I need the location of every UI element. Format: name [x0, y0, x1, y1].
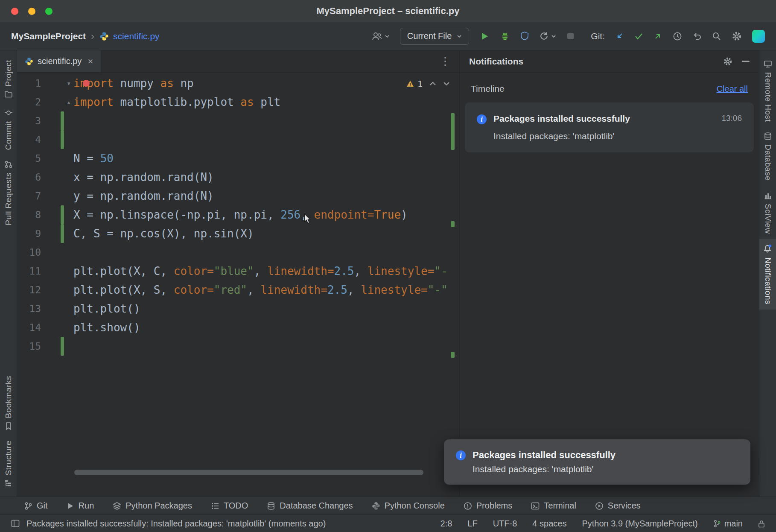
stripe-item-sciview[interactable]: SciView	[759, 186, 776, 239]
git-commit-button[interactable]	[634, 32, 643, 41]
caret-position[interactable]: 2:8	[441, 519, 452, 529]
code-line[interactable]: 3	[17, 111, 459, 130]
git-branch-widget[interactable]: main	[713, 519, 743, 529]
code-line[interactable]: 7y = np.random.rand(N)	[17, 187, 459, 205]
warning-counter[interactable]: 1	[406, 79, 423, 89]
code-token: 2.5	[327, 284, 347, 296]
stripe-item-pull-requests[interactable]: Pull Requests	[0, 155, 17, 231]
code-token: x = np.random.rand(N)	[73, 171, 214, 184]
code-line[interactable]: 14plt.show()	[17, 318, 459, 337]
monitor-icon	[764, 60, 772, 68]
chevron-down-icon[interactable]	[443, 82, 450, 86]
code-text: x = np.random.rand(N)	[73, 168, 459, 187]
python-interpreter[interactable]: Python 3.9 (MySampleProject)	[582, 519, 697, 529]
vcs-change-bar	[61, 168, 64, 187]
profiler-button[interactable]	[539, 31, 556, 41]
lock-icon	[758, 520, 765, 528]
stop-button[interactable]	[566, 32, 575, 40]
indent-style[interactable]: 4 spaces	[532, 519, 566, 529]
chevron-up-icon[interactable]	[429, 82, 436, 86]
code-token: 256	[280, 208, 300, 221]
stripe-item-project[interactable]: Project	[0, 55, 17, 103]
fold-marker-icon	[64, 299, 73, 318]
toolwindow-services[interactable]: Services	[586, 497, 650, 514]
toolwindow-database-changes[interactable]: Database Changes	[257, 497, 362, 514]
clear-all-link[interactable]: Clear all	[717, 84, 748, 94]
stripe-item-label: SciView	[763, 204, 773, 234]
tab-scientific-py[interactable]: scientific.py ×	[17, 50, 101, 72]
horizontal-scrollbar[interactable]	[74, 470, 423, 475]
run-with-coverage-button[interactable]	[520, 31, 529, 41]
tab-options-icon[interactable]: ⋮	[440, 55, 452, 68]
fold-marker-icon	[64, 262, 73, 281]
code-line[interactable]: 2▴import matplotlib.pyplot as plt	[17, 93, 459, 111]
line-number: 8	[17, 205, 41, 224]
search-everywhere-button[interactable]	[712, 32, 721, 41]
close-tab-icon[interactable]: ×	[88, 56, 93, 67]
breadcrumb-project[interactable]: MySampleProject	[11, 31, 86, 41]
code-line[interactable]: 11plt.plot(X, C, color="blue", linewidth…	[17, 262, 459, 281]
stripe-item-label: Structure	[4, 441, 13, 476]
stripe-item-bookmarks[interactable]: Bookmarks	[0, 371, 17, 436]
stripe-item-database[interactable]: Database	[759, 127, 776, 186]
notification-card[interactable]: i Packages installed successfully 13:06 …	[465, 102, 754, 152]
code-line[interactable]: 12plt.plot(X, S, color="red", linewidth=…	[17, 281, 459, 299]
file-encoding[interactable]: UTF-8	[493, 519, 517, 529]
code-token: True	[374, 208, 401, 221]
inspection-widget[interactable]: 1	[406, 79, 450, 89]
commit-icon	[4, 108, 13, 117]
fold-marker-icon	[64, 168, 73, 187]
code-line[interactable]: 8X = np.linspace(-np.pi, np.pi, 256, end…	[17, 205, 459, 224]
layout-icon[interactable]	[11, 520, 20, 527]
toolwindow-python-console[interactable]: Python Console	[362, 497, 454, 514]
stripe-item-notifications[interactable]: Notifications	[759, 239, 776, 310]
database-icon	[764, 132, 772, 140]
stripe-item-label: Project	[4, 60, 13, 87]
git-update-button[interactable]	[615, 32, 624, 41]
git-rollback-button[interactable]	[692, 32, 702, 41]
toolwindow-problems[interactable]: Problems	[454, 497, 522, 514]
stripe-item-remote-host[interactable]: Remote Host	[759, 55, 776, 127]
code-line[interactable]: 5N = 50	[17, 149, 459, 168]
git-push-button[interactable]	[653, 32, 662, 41]
services-icon	[595, 502, 604, 510]
code-token: import	[73, 96, 114, 108]
pycharm-logo-icon[interactable]	[752, 30, 765, 43]
code-with-me-button[interactable]	[371, 32, 390, 41]
code-line[interactable]: 9C, S = np.cos(X), np.sin(X)	[17, 224, 459, 243]
notification-balloon[interactable]: i Packages installed successfully Instal…	[444, 439, 750, 485]
code-line[interactable]: 13plt.plot()	[17, 299, 459, 318]
code-line[interactable]: 1▾import numpy as np	[17, 74, 459, 93]
toolwindow-python-packages[interactable]: Python Packages	[103, 497, 201, 514]
panel-settings-button[interactable]	[723, 57, 732, 66]
play-icon	[479, 31, 490, 41]
stripe-item-commit[interactable]: Commit	[0, 103, 17, 155]
code-line[interactable]: 6x = np.random.rand(N)	[17, 168, 459, 187]
settings-button[interactable]	[732, 31, 742, 41]
fold-marker-icon[interactable]: ▴	[64, 93, 73, 111]
code-line[interactable]: 4	[17, 130, 459, 149]
branch-icon	[713, 520, 721, 528]
toolwindow-todo[interactable]: TODO	[201, 497, 257, 514]
code-text: y = np.random.rand(N)	[73, 187, 459, 205]
line-ending[interactable]: LF	[467, 519, 477, 529]
toolwindow-run[interactable]: Run	[57, 497, 104, 514]
code-editor[interactable]: 1▾import numpy as np2▴import matplotlib.…	[17, 73, 459, 497]
debug-button[interactable]	[500, 31, 510, 41]
write-access-lock[interactable]	[758, 520, 765, 528]
status-message[interactable]: Packages installed successfully: Install…	[26, 519, 326, 529]
breadcrumb-file[interactable]: scientific.py	[113, 31, 160, 41]
line-number: 6	[17, 168, 41, 187]
toolwindow-terminal[interactable]: Terminal	[522, 497, 586, 514]
code-line[interactable]: 15	[17, 337, 459, 356]
git-history-button[interactable]	[673, 32, 682, 41]
hide-panel-button[interactable]	[742, 61, 750, 62]
toolwindow-git[interactable]: Git	[15, 497, 57, 514]
run-button[interactable]	[479, 31, 490, 41]
stripe-item-structure[interactable]: Structure	[0, 436, 17, 492]
code-line[interactable]: 10	[17, 243, 459, 262]
vcs-change-bar	[61, 205, 64, 224]
fold-marker-icon[interactable]: ▾	[64, 74, 73, 93]
error-marker-icon[interactable]	[83, 80, 90, 87]
run-configuration-select[interactable]: Current File	[400, 28, 469, 45]
